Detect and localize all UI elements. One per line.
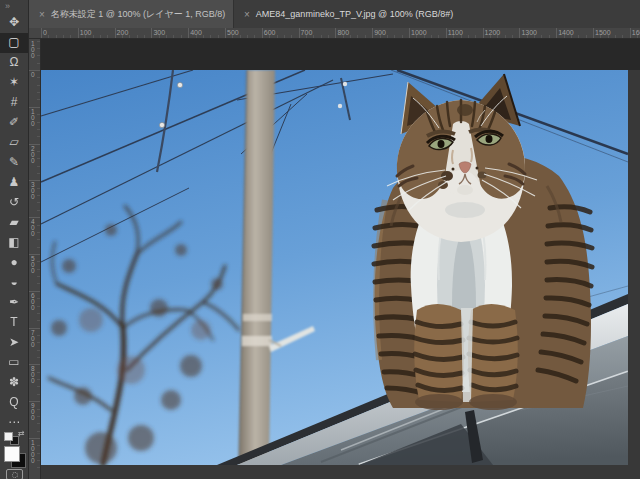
- ruler-tick: [225, 28, 226, 38]
- default-swap-colors-icon[interactable]: ⇄: [0, 428, 28, 444]
- eraser-tool-icon: ▰: [9, 215, 18, 229]
- tab-ame84-ganmineko[interactable]: × AME84_ganmineko_TP_V.jpg @ 100% (RGB/8…: [234, 0, 469, 28]
- ruler-minor-tick: [166, 35, 167, 38]
- ruler-minor-tick: [254, 35, 255, 38]
- ruler-minor-tick: [350, 35, 351, 38]
- ruler-tick: [299, 28, 300, 38]
- ruler-minor-tick: [37, 77, 40, 78]
- ruler-tick: [483, 28, 484, 38]
- canvas-photo-cat-on-car[interactable]: [41, 70, 628, 465]
- healing-brush-tool-button[interactable]: ▱: [0, 133, 28, 153]
- tab-title: 名称未設定 1 @ 100% (レイヤー 1, RGB/8): [51, 8, 225, 21]
- horizontal-ruler[interactable]: 0100200300400500600700800900100011001200…: [40, 28, 640, 39]
- swap-colors-icon[interactable]: ⇄: [18, 429, 25, 438]
- eyedropper-tool-button[interactable]: ✐: [0, 113, 28, 133]
- ruler-minor-tick: [438, 35, 439, 38]
- foreground-color-swatch[interactable]: [4, 446, 20, 462]
- ruler-minor-tick: [37, 431, 40, 432]
- lasso-tool-icon: Ω: [10, 55, 19, 69]
- dodge-tool-button[interactable]: ◒: [0, 273, 28, 293]
- ruler-minor-tick: [549, 35, 550, 38]
- blur-tool-icon: ●: [10, 255, 17, 269]
- zoom-tool-button[interactable]: Q: [0, 393, 28, 413]
- scrollbar-horizontal[interactable]: [40, 465, 640, 479]
- ruler-minor-tick: [107, 35, 108, 38]
- ruler-minor-tick: [37, 416, 40, 417]
- quick-mask-button[interactable]: [6, 469, 23, 479]
- move-tool-button[interactable]: ✥: [0, 13, 28, 33]
- ruler-minor-tick: [608, 35, 609, 38]
- ruler-label: - 1 0 0: [31, 39, 35, 59]
- ruler-minor-tick: [137, 35, 138, 38]
- ruler-minor-tick: [37, 372, 40, 373]
- close-icon[interactable]: ×: [244, 9, 250, 20]
- type-tool-button[interactable]: T: [0, 313, 28, 333]
- path-selection-tool-icon: ➤: [9, 335, 19, 349]
- ruler-minor-tick: [159, 35, 160, 38]
- crop-tool-button[interactable]: #: [0, 93, 28, 113]
- ruler-minor-tick: [313, 35, 314, 38]
- clone-stamp-tool-button[interactable]: ♟: [0, 173, 28, 193]
- ruler-minor-tick: [196, 35, 197, 38]
- ruler-minor-tick: [70, 35, 71, 38]
- document-tabbar: × 名称未設定 1 @ 100% (レイヤー 1, RGB/8) × AME84…: [29, 0, 640, 28]
- vertical-ruler[interactable]: - 1 0 001 0 02 0 03 0 04 0 05 0 06 0 07 …: [29, 39, 41, 479]
- ruler-minor-tick: [37, 122, 40, 123]
- gradient-tool-button[interactable]: ◧: [0, 233, 28, 253]
- ruler-label: 2 0 0: [31, 146, 35, 164]
- ruler-tick: [335, 28, 336, 38]
- scrollbar-vertical[interactable]: [628, 70, 640, 479]
- ruler-minor-tick: [571, 35, 572, 38]
- photo-illustration: [41, 70, 628, 465]
- eraser-tool-button[interactable]: ▰: [0, 213, 28, 233]
- crop-tool-icon: #: [11, 95, 18, 109]
- quick-selection-tool-icon: ✶: [9, 75, 19, 89]
- tab-untitled-1[interactable]: × 名称未設定 1 @ 100% (レイヤー 1, RGB/8): [29, 0, 234, 28]
- ruler-tick: [409, 28, 410, 38]
- photoshop-window: { "tabbar": { "close_glyph": "×", "tabs"…: [0, 0, 640, 479]
- ruler-minor-tick: [284, 35, 285, 38]
- ruler-minor-tick: [600, 35, 601, 38]
- ruler-minor-tick: [37, 394, 40, 395]
- ruler-tick: [630, 28, 631, 38]
- ruler-label: 3 0 0: [31, 182, 35, 200]
- ruler-minor-tick: [453, 35, 454, 38]
- ruler-minor-tick: [144, 35, 145, 38]
- tools-panel-collapse-button[interactable]: »: [0, 0, 28, 13]
- tools-panel: » ✥▢Ω✶#✐▱✎♟↺▰◧●◒✒T➤▭✽Q⋯ ⇄: [0, 0, 29, 479]
- ruler-minor-tick: [37, 210, 40, 211]
- ruler-minor-tick: [173, 35, 174, 38]
- blur-tool-button[interactable]: ●: [0, 253, 28, 273]
- canvas-pasteboard[interactable]: [40, 39, 640, 479]
- ruler-minor-tick: [37, 445, 40, 446]
- ruler-minor-tick: [37, 85, 40, 86]
- path-selection-tool-button[interactable]: ➤: [0, 333, 28, 353]
- ruler-minor-tick: [37, 423, 40, 424]
- ruler-minor-tick: [37, 276, 40, 277]
- pen-tool-button[interactable]: ✒: [0, 293, 28, 313]
- close-icon[interactable]: ×: [39, 9, 45, 20]
- hand-tool-button[interactable]: ✽: [0, 373, 28, 393]
- ruler-minor-tick: [461, 35, 462, 38]
- lasso-tool-button[interactable]: Ω: [0, 53, 28, 73]
- ruler-minor-tick: [394, 35, 395, 38]
- brush-tool-button[interactable]: ✎: [0, 153, 28, 173]
- ruler-tick: [446, 28, 447, 38]
- ruler-minor-tick: [37, 63, 40, 64]
- ruler-minor-tick: [37, 247, 40, 248]
- ruler-minor-tick: [37, 453, 40, 454]
- ruler-minor-tick: [37, 41, 40, 42]
- ruler-tick: [593, 28, 594, 38]
- ruler-minor-tick: [343, 35, 344, 38]
- clone-stamp-tool-icon: ♟: [9, 175, 20, 189]
- shape-tool-button[interactable]: ▭: [0, 353, 28, 373]
- ruler-tick: [188, 28, 189, 38]
- rectangular-marquee-tool-button[interactable]: ▢: [0, 33, 28, 53]
- ruler-minor-tick: [37, 225, 40, 226]
- type-tool-icon: T: [10, 315, 17, 329]
- quick-selection-tool-button[interactable]: ✶: [0, 73, 28, 93]
- history-brush-tool-button[interactable]: ↺: [0, 193, 28, 213]
- ruler-label: 6 0 0: [31, 293, 35, 311]
- ruler-minor-tick: [37, 320, 40, 321]
- history-brush-tool-icon: ↺: [9, 195, 19, 209]
